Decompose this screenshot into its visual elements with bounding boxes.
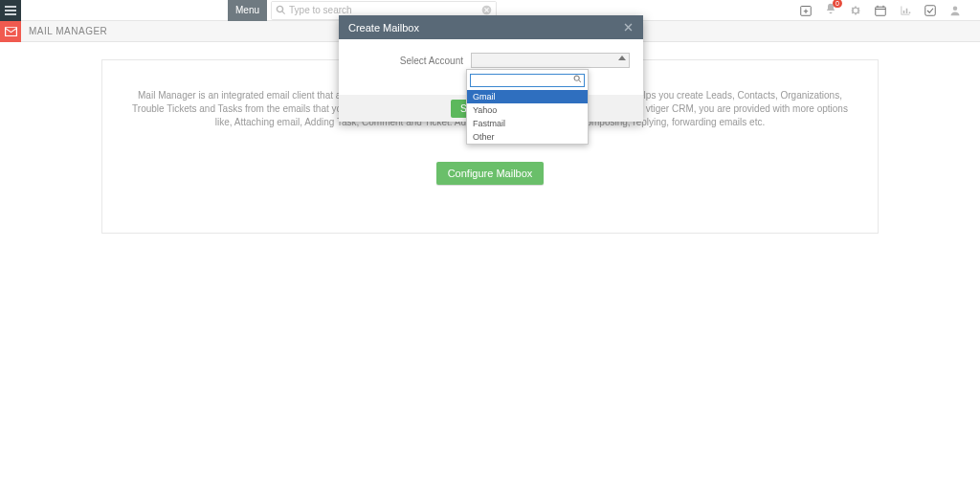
module-title: MAIL MANAGER [29,26,107,36]
chevron-up-icon [618,56,626,60]
calendar-icon[interactable] [875,5,886,16]
account-select[interactable] [471,53,630,68]
search-icon [573,75,582,83]
envelope-icon [5,27,17,36]
close-icon[interactable] [623,22,634,33]
dropdown-search-input[interactable] [470,74,585,87]
svg-rect-0 [5,6,16,8]
dropdown-option-fastmail[interactable]: Fastmail [467,117,588,130]
search-icon [276,5,286,15]
hamburger-icon [5,6,16,15]
select-account-label: Select Account [352,56,463,66]
svg-rect-1 [5,10,16,11]
module-icon [0,21,21,42]
dropdown-option-other[interactable]: Other [467,130,588,144]
svg-rect-2 [5,13,16,15]
modal-title: Create Mailbox [348,22,419,34]
svg-point-7 [953,6,958,11]
svg-rect-6 [925,5,936,15]
dropdown-option-gmail[interactable]: Gmail [467,90,588,103]
account-dropdown-panel: GmailYahooFastmailOther [466,69,589,145]
notifications-button[interactable]: 0 [825,3,836,17]
chart-icon[interactable] [900,5,911,16]
gear-icon[interactable] [850,5,861,16]
calendar-add-icon[interactable] [800,5,812,16]
clear-search-icon[interactable] [481,5,492,15]
menu-button[interactable]: Menu [228,0,267,21]
check-box-icon[interactable] [924,5,936,16]
notification-count-badge: 0 [833,0,842,8]
hamburger-menu-button[interactable] [0,0,21,21]
dropdown-option-yahoo[interactable]: Yahoo [467,103,588,117]
svg-rect-5 [876,7,886,15]
configure-mailbox-button[interactable]: Configure Mailbox [436,162,545,185]
user-icon[interactable] [949,5,961,16]
